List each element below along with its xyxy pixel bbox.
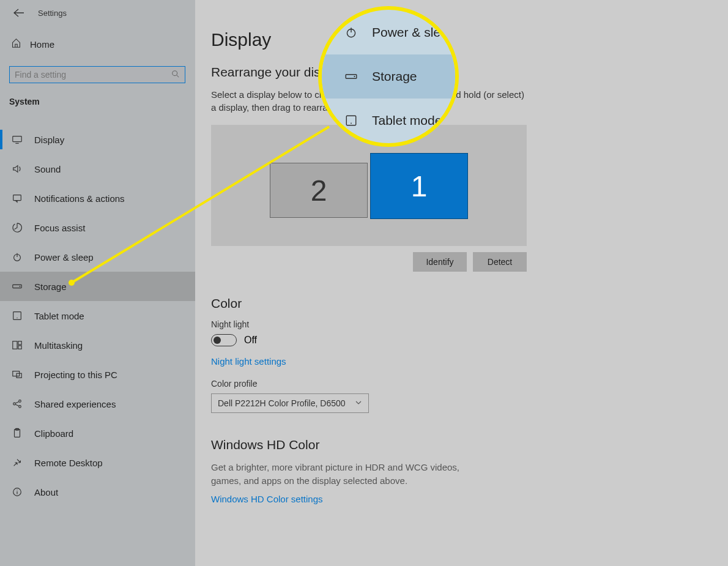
search-input-container[interactable] xyxy=(9,66,185,83)
sidebar-item-label: Focus assist xyxy=(34,223,85,233)
app-title: Settings xyxy=(38,9,67,18)
color-title: Color xyxy=(211,296,707,311)
tablet-icon xyxy=(11,310,23,321)
sidebar-item-display[interactable]: Display xyxy=(0,125,195,154)
sidebar-item-label: Tablet mode xyxy=(34,311,84,321)
sidebar-item-label: Display xyxy=(34,135,64,145)
svg-rect-36 xyxy=(346,116,355,125)
sidebar-item-remote-desktop[interactable]: Remote Desktop xyxy=(0,448,195,477)
sidebar-item-shared[interactable]: Shared experiences xyxy=(0,389,195,419)
svg-line-24 xyxy=(15,404,18,406)
sidebar-item-label: Sound xyxy=(34,164,61,174)
back-button[interactable] xyxy=(13,7,24,20)
notifications-icon xyxy=(11,193,23,204)
magnifier-label: Storage xyxy=(372,69,417,84)
color-profile-select[interactable]: Dell P2212H Color Profile, D6500 xyxy=(211,393,369,413)
svg-point-21 xyxy=(19,400,21,403)
focus-icon xyxy=(11,222,23,233)
svg-point-20 xyxy=(13,403,16,405)
tablet-icon xyxy=(344,114,358,127)
night-light-toggle[interactable] xyxy=(211,334,237,346)
svg-point-22 xyxy=(19,406,21,408)
svg-rect-6 xyxy=(13,136,21,142)
sidebar-item-label: Storage xyxy=(34,281,67,292)
display-buttons: Identify Detect xyxy=(211,252,527,272)
color-profile-value: Dell P2212H Color Profile, D6500 xyxy=(218,398,346,408)
svg-rect-17 xyxy=(18,346,21,349)
sidebar: Settings Home System Display Sound xyxy=(0,0,195,566)
svg-point-37 xyxy=(351,123,352,124)
svg-point-12 xyxy=(20,286,21,287)
svg-point-35 xyxy=(354,76,355,77)
sidebar-item-label: Clipboard xyxy=(34,428,73,439)
sidebar-item-label: Notifications & actions xyxy=(34,193,125,204)
magnifier-row-storage: Storage xyxy=(322,54,455,99)
svg-point-29 xyxy=(17,490,17,490)
svg-rect-8 xyxy=(13,195,21,201)
sidebar-item-label: Remote Desktop xyxy=(34,458,103,468)
sound-icon xyxy=(11,163,23,174)
home-label: Home xyxy=(30,39,54,50)
storage-icon xyxy=(344,70,358,83)
power-icon xyxy=(11,251,23,263)
sidebar-item-label: Power & sleep xyxy=(34,252,94,263)
svg-rect-13 xyxy=(13,312,21,320)
hd-color-link[interactable]: Windows HD Color settings xyxy=(211,494,323,504)
monitor-2[interactable]: 2 xyxy=(270,163,368,218)
display-icon xyxy=(11,134,23,145)
storage-icon xyxy=(11,281,23,292)
sidebar-item-label: Projecting to this PC xyxy=(34,370,117,380)
power-icon xyxy=(344,26,358,39)
main-content: Display Rearrange your displays Select a… xyxy=(195,0,728,566)
svg-rect-16 xyxy=(18,341,21,344)
magnifier-overlay: Power & sleep Storage Tablet mode xyxy=(318,6,459,147)
page-title: Display xyxy=(211,29,707,50)
magnifier-label: Tablet mode xyxy=(372,113,442,128)
detect-button[interactable]: Detect xyxy=(473,252,527,272)
sidebar-item-label: Shared experiences xyxy=(34,399,116,409)
svg-point-4 xyxy=(173,70,177,75)
sidebar-item-multitasking[interactable]: Multitasking xyxy=(0,330,195,360)
sidebar-item-power-sleep[interactable]: Power & sleep xyxy=(0,242,195,272)
rearrange-title: Rearrange your displays xyxy=(211,65,707,80)
hd-color-title: Windows HD Color xyxy=(211,438,707,452)
sidebar-item-storage[interactable]: Storage xyxy=(0,272,195,301)
sidebar-item-label: Multitasking xyxy=(34,340,83,351)
sidebar-item-about[interactable]: About xyxy=(0,477,195,507)
about-icon xyxy=(11,486,23,497)
multitask-icon xyxy=(11,340,23,351)
sidebar-item-clipboard[interactable]: Clipboard xyxy=(0,419,195,448)
search-input[interactable] xyxy=(15,70,171,80)
night-light-settings-link[interactable]: Night light settings xyxy=(211,356,286,367)
sidebar-home[interactable]: Home xyxy=(11,38,54,50)
category-label: System xyxy=(9,97,40,106)
identify-button[interactable]: Identify xyxy=(413,252,467,272)
svg-line-5 xyxy=(177,75,179,77)
sidebar-item-projecting[interactable]: Projecting to this PC xyxy=(0,360,195,389)
home-icon xyxy=(11,38,21,50)
monitor-1[interactable]: 1 xyxy=(370,153,468,219)
color-profile-label: Color profile xyxy=(211,379,707,389)
sidebar-item-label: About xyxy=(34,487,58,497)
chevron-down-icon xyxy=(355,398,362,408)
svg-line-23 xyxy=(15,401,18,403)
sidebar-item-focus-assist[interactable]: Focus assist xyxy=(0,213,195,242)
sidebar-item-notifications[interactable]: Notifications & actions xyxy=(0,184,195,213)
svg-rect-15 xyxy=(13,341,17,349)
night-light-label: Night light xyxy=(211,319,707,329)
settings-window: Settings Home System Display Sound xyxy=(0,0,728,566)
clipboard-icon xyxy=(11,428,23,439)
hd-color-desc: Get a brighter, more vibrant picture in … xyxy=(211,461,468,488)
sidebar-item-tablet-mode[interactable]: Tablet mode xyxy=(0,301,195,330)
shared-icon xyxy=(11,398,23,409)
project-icon xyxy=(11,369,23,380)
nav-list: Display Sound Notifications & actions Fo… xyxy=(0,125,195,507)
sidebar-item-sound[interactable]: Sound xyxy=(0,154,195,184)
search-icon xyxy=(171,70,180,80)
remote-icon xyxy=(11,457,23,468)
svg-point-14 xyxy=(17,318,17,318)
night-light-state: Off xyxy=(244,335,257,346)
